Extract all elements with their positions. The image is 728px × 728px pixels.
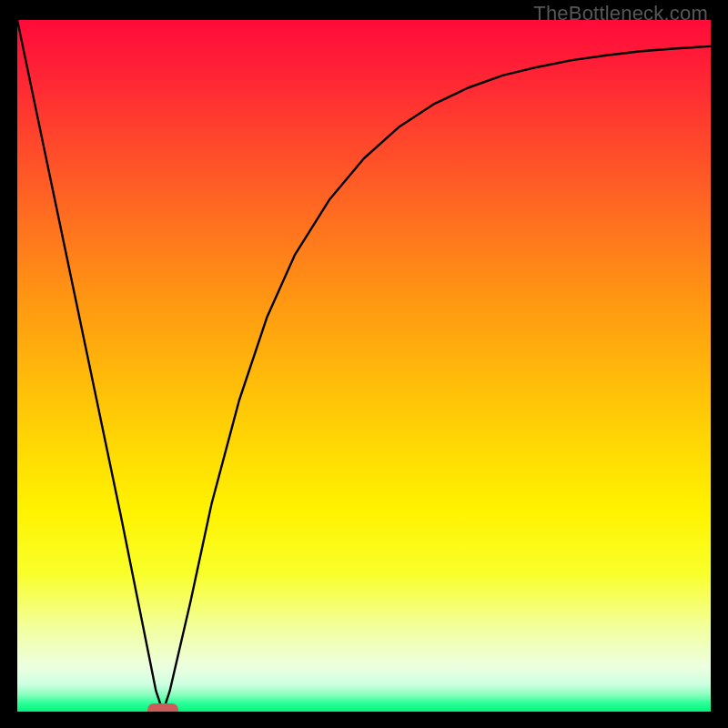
optimal-marker [147, 703, 178, 712]
watermark-text: TheBottleneck.com [533, 2, 708, 25]
chart-frame: TheBottleneck.com [0, 0, 728, 728]
bottleneck-curve [17, 20, 711, 712]
plot-area [17, 20, 711, 712]
